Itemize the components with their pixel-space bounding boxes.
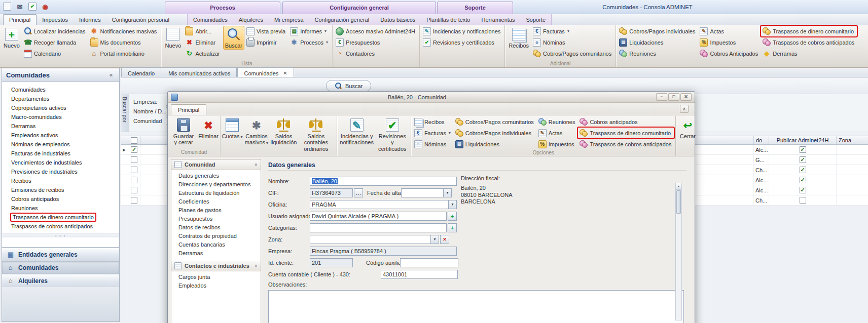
revisiones-y-certificados-button[interactable]: ✔Revisiones y certificados [421,37,503,48]
sidebar-splitter[interactable] [2,233,119,237]
recibos-button[interactable]: Recibos [507,26,531,50]
cobros-pagos-comunitarios-button[interactable]: Cobros/Pagos comunitarios [454,116,536,127]
informes-button[interactable]: ▤Informes▾ [288,26,331,36]
usuario-lookup-button[interactable] [448,212,457,221]
cif-input[interactable]: H37364973 [310,188,353,197]
nombre-input[interactable]: Bailén, 20 [310,177,457,186]
nav-item[interactable]: Datos generales [171,172,261,180]
dropdown-arrow-icon[interactable] [430,235,439,244]
publicar-checkbox[interactable] [800,146,806,153]
sidebar-item[interactable]: Vencimientos de industriales [2,158,119,167]
impuestos-button[interactable]: %Impuestos [537,139,578,149]
saldos-liquidacion-button[interactable]: Saldos liquidación [271,116,297,147]
document-tab[interactable]: Comunidades [237,67,294,77]
traspasos-de-cobros-anticipados-button[interactable]: Traspasos de cobros anticipados [578,139,674,149]
publicar-checkbox[interactable] [800,177,806,183]
mis-documentos-button[interactable]: Mis documentos [89,37,160,48]
cambios-masivos-button[interactable]: ✱Cambios masivos▾ [243,116,270,147]
abrir-button[interactable]: Abrir... [184,26,222,36]
sidebar-item[interactable]: Cobros anticipados [2,194,119,204]
cuotas-button[interactable]: Cuotas▾ [222,116,242,141]
codigo-auxiliar-input[interactable] [400,258,458,267]
row-checkbox[interactable] [131,197,137,204]
liquidaciones-button[interactable]: ▦Liquidaciones [454,139,536,149]
record-icon[interactable]: ◉ [41,3,49,11]
sidebar-nav-item[interactable]: ⌂Alquileres [2,274,119,287]
sidebar-item[interactable]: Derramas [2,122,119,131]
sidebar-item[interactable]: Copropietarios activos [2,103,119,112]
reuniones-button[interactable]: Reuniones [537,116,578,127]
ribbon-tab[interactable]: Impuestos [37,15,74,25]
publicar-checkbox[interactable] [800,197,806,204]
buscar-button[interactable]: Buscar [223,26,244,50]
sidebar-item[interactable]: Emisiones de recibos [2,185,119,194]
document-tab[interactable]: Calendario [121,67,161,77]
cobros-anticipados-button[interactable]: Cobros anticipados [578,116,674,127]
portal-inmobiliario-button[interactable]: ⌂Portal inmobiliario [89,48,160,59]
nominas-button[interactable]: ≡Nóminas [531,37,614,48]
cif-browse-button[interactable] [354,188,363,197]
dialog-title-bar[interactable]: Bailén, 20 - Comunidad −□✕ [168,92,695,103]
traspasos-de-cobros-anticipados-button[interactable]: Traspasos de cobros anticipados [761,37,857,48]
ribbon-tab[interactable]: Configuración personal [106,15,175,25]
minimize-icon[interactable]: − [656,93,667,101]
notificaciones-masivas-button[interactable]: ✱Notificaciones masivas [89,26,160,36]
revisiones-y-certificados-button[interactable]: ✔Revisiones y certificados [376,116,409,153]
buscar-por-vertical-tab[interactable]: Buscar por [121,94,129,132]
column-header[interactable]: do [754,136,769,144]
sidebar-item[interactable]: Facturas de industriales [2,149,119,158]
localizar-incidencias-button[interactable]: Localizar incidencias [22,26,88,36]
ribbon-tab[interactable]: Comunidades [188,15,233,25]
nav-item[interactable]: Cuentas bancarias [171,240,261,249]
publicar-checkbox[interactable] [800,156,806,163]
fecha-alta-input[interactable] [401,188,452,197]
cobros-pagos-individuales-button[interactable]: Cobros/Pagos individuales [618,26,698,36]
zona-select[interactable] [310,235,439,244]
row-checkbox[interactable] [131,167,137,173]
impuestos-button[interactable]: %Impuestos [698,37,761,48]
row-checkbox[interactable] [131,146,137,153]
document-tab[interactable]: Mis comunicados activos [162,67,237,77]
publicar-checkbox[interactable] [800,167,806,173]
collapse-sidebar-button[interactable] [107,71,115,78]
dialog-tab-principal[interactable]: Principal [171,104,206,115]
ribbon-tab[interactable]: Soporte [521,15,552,25]
ribbon-tab[interactable]: Alquileres [233,15,269,25]
calendario-button[interactable]: Calendario [22,48,88,59]
acceso-masivo-adminet24h-button[interactable]: Acceso masivo Adminet24H [334,26,418,36]
scrollbar-thumb[interactable] [676,190,681,214]
derramas-button[interactable]: ◆Derramas [761,48,857,59]
recibos-button[interactable]: Recibos [413,116,453,127]
sidebar-item[interactable]: Reuniones [2,204,119,213]
procesos-button[interactable]: ✱Procesos▾ [288,37,331,48]
docok-icon[interactable]: ✔ [28,3,37,11]
categorias-add-button[interactable] [448,223,457,232]
traspasos-de-dinero-comunitario-button[interactable]: Traspasos de dinero comunitario [578,128,674,138]
row-checkbox[interactable] [131,156,137,163]
contadores-button[interactable]: ◔Contadores [334,48,418,59]
column-header[interactable]: Zona [837,136,868,144]
sidebar-item[interactable]: Traspasos de cobros anticipados [2,222,119,231]
sidebar-item[interactable]: Recibos [2,176,119,185]
incidencias-y-notificaciones-button[interactable]: ✎Incidencias y notificaciones [339,116,375,147]
nav-item[interactable]: Coeficientes [171,197,261,206]
empresa-input[interactable]: Fincas Pragma ( B58959784 ) [310,247,457,256]
dropdown-arrow-icon[interactable] [448,200,456,209]
sidebar-item[interactable]: Empleados activos [2,131,119,140]
ribbon-tab[interactable]: Principal [3,14,37,25]
facturas-button[interactable]: €Facturas▾ [413,128,453,138]
sidebar-item[interactable]: Previsiones de industriales [2,167,119,176]
cuenta-contable-input[interactable]: 43011001 [381,270,458,279]
nav-item[interactable]: Datos de recibos [171,223,261,232]
close-icon[interactable]: ✕ [680,93,692,101]
reuniones-button[interactable]: Reuniones [618,48,698,59]
facturas-button[interactable]: €Facturas▾ [531,26,614,36]
sidebar-item[interactable]: Traspasos de dinero comunitario [2,213,119,222]
dropdown-arrow-icon[interactable] [443,189,451,197]
nominas-button[interactable]: ≡Nóminas [413,139,453,149]
collapse-ribbon-button[interactable] [680,105,689,113]
row-checkbox[interactable] [131,177,137,183]
observaciones-textarea[interactable] [268,290,684,323]
traspasos-de-dinero-comunitario-button[interactable]: Traspasos de dinero comunitario [761,26,857,36]
nuevo-button[interactable]: +Nuevo [2,26,22,50]
